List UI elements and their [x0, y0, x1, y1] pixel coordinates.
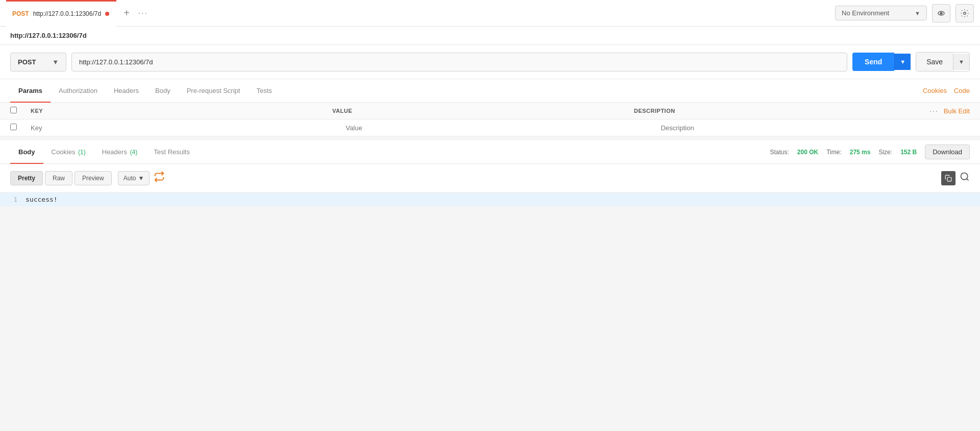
method-label: POST: [18, 58, 36, 66]
code-link[interactable]: Code: [954, 87, 970, 94]
cookies-badge: (1): [78, 149, 86, 156]
send-button-group: Send ▼: [852, 53, 911, 71]
more-tabs-button[interactable]: ···: [135, 5, 151, 21]
key-input[interactable]: [31, 124, 339, 132]
request-tabs-list: Params Authorization Headers Body Pre-re…: [10, 79, 280, 102]
breadcrumb-text: http://127.0.0.1:12306/7d: [10, 32, 87, 39]
save-button-group: Save ▼: [916, 52, 970, 71]
request-tabs-area: Params Authorization Headers Body Pre-re…: [0, 79, 980, 103]
bulk-edit-button[interactable]: Bulk Edit: [944, 107, 970, 115]
tab-url-label: http://127.0.0.1:12306/7d: [33, 10, 101, 17]
wrap-icon: [154, 171, 165, 182]
auto-label: Auto: [124, 175, 136, 182]
url-input[interactable]: [71, 53, 847, 71]
tab-unsaved-dot: [105, 12, 109, 16]
tab-params[interactable]: Params: [10, 80, 51, 103]
tab-tests[interactable]: Tests: [248, 80, 280, 103]
response-tab-headers[interactable]: Headers (4): [94, 141, 145, 164]
format-right: [941, 171, 970, 185]
raw-button[interactable]: Raw: [45, 171, 72, 185]
download-button[interactable]: Download: [925, 145, 970, 159]
tab-body[interactable]: Body: [147, 80, 179, 103]
params-table-header: KEY VALUE DESCRIPTION ··· Bulk Edit: [0, 103, 980, 119]
gear-icon: [960, 9, 969, 18]
line-content-1: success!: [26, 196, 980, 203]
eye-button[interactable]: [932, 4, 950, 22]
code-line-1: 1 success!: [0, 193, 980, 206]
wrap-button[interactable]: [152, 169, 167, 187]
size-value: 152 B: [900, 149, 917, 156]
select-all-checkbox[interactable]: [10, 107, 17, 113]
line-number-1: 1: [0, 196, 26, 203]
method-select[interactable]: POST ▼: [10, 53, 66, 71]
request-bar: POST ▼ Send ▼ Save ▼: [0, 45, 980, 79]
top-tab-bar: POST http://127.0.0.1:12306/7d + ··· No …: [0, 0, 980, 27]
format-left: Pretty Raw Preview Auto ▼: [10, 169, 167, 187]
response-status-bar: Status: 200 OK Time: 275 ms Size: 152 B …: [770, 145, 970, 159]
svg-point-1: [940, 12, 942, 14]
tab-headers[interactable]: Headers: [106, 80, 147, 103]
params-actions: ··· Bulk Edit: [929, 107, 970, 115]
response-body-area: 1 success!: [0, 193, 980, 206]
send-button[interactable]: Send: [852, 53, 894, 71]
search-icon: [960, 172, 970, 182]
svg-point-2: [964, 12, 966, 14]
params-empty-row: [0, 119, 980, 136]
env-label: No Environment: [842, 9, 889, 17]
format-bar: Pretty Raw Preview Auto ▼: [0, 164, 980, 193]
auto-chevron-icon: ▼: [138, 175, 144, 182]
settings-button[interactable]: [955, 4, 974, 22]
params-table: KEY VALUE DESCRIPTION ··· Bulk Edit: [0, 103, 980, 136]
pretty-button[interactable]: Pretty: [10, 171, 43, 185]
description-input[interactable]: [661, 124, 970, 132]
key-column-header: KEY: [31, 108, 332, 114]
copy-button[interactable]: [941, 171, 955, 185]
response-tabs-bar: Body Cookies (1) Headers (4) Test Result…: [0, 140, 980, 164]
tab-prerequest[interactable]: Pre-request Script: [179, 80, 249, 103]
breadcrumb: http://127.0.0.1:12306/7d: [0, 27, 980, 45]
copy-icon: [945, 175, 952, 182]
search-button[interactable]: [960, 172, 970, 184]
response-tab-body[interactable]: Body: [10, 141, 43, 164]
tab-authorization[interactable]: Authorization: [51, 80, 106, 103]
response-section: Body Cookies (1) Headers (4) Test Result…: [0, 140, 980, 206]
auto-select[interactable]: Auto ▼: [118, 171, 150, 185]
environment-area: No Environment ▼: [835, 4, 974, 22]
eye-icon: [937, 9, 946, 18]
time-label: Time:: [826, 149, 842, 156]
svg-rect-3: [947, 177, 951, 181]
send-dropdown-button[interactable]: ▼: [894, 54, 911, 70]
row-checkbox[interactable]: [10, 124, 17, 130]
tab-method-label: POST: [12, 10, 29, 17]
status-value: 200 OK: [797, 149, 818, 156]
status-label: Status:: [770, 149, 789, 156]
value-input[interactable]: [346, 124, 654, 132]
env-chevron-icon: ▼: [915, 10, 920, 16]
method-chevron-icon: ▼: [52, 58, 59, 66]
response-tab-test-results[interactable]: Test Results: [145, 141, 198, 164]
value-column-header: VALUE: [332, 108, 634, 114]
params-more-icon[interactable]: ···: [929, 107, 939, 115]
cookies-link[interactable]: Cookies: [923, 87, 947, 94]
response-tabs-list: Body Cookies (1) Headers (4) Test Result…: [10, 140, 198, 163]
svg-line-5: [967, 179, 969, 181]
request-tab[interactable]: POST http://127.0.0.1:12306/7d: [6, 0, 116, 27]
environment-select[interactable]: No Environment ▼: [835, 6, 927, 20]
time-value: 275 ms: [850, 149, 871, 156]
save-dropdown-button[interactable]: ▼: [953, 54, 969, 70]
add-tab-button[interactable]: +: [118, 5, 135, 21]
preview-button[interactable]: Preview: [75, 171, 112, 185]
tabs-right-links: Cookies Code: [923, 87, 970, 94]
save-button[interactable]: Save: [916, 53, 953, 71]
headers-badge: (4): [130, 149, 138, 156]
description-column-header: DESCRIPTION: [634, 108, 929, 114]
response-tab-cookies[interactable]: Cookies (1): [43, 141, 94, 164]
size-label: Size:: [878, 149, 892, 156]
svg-point-4: [961, 173, 968, 180]
